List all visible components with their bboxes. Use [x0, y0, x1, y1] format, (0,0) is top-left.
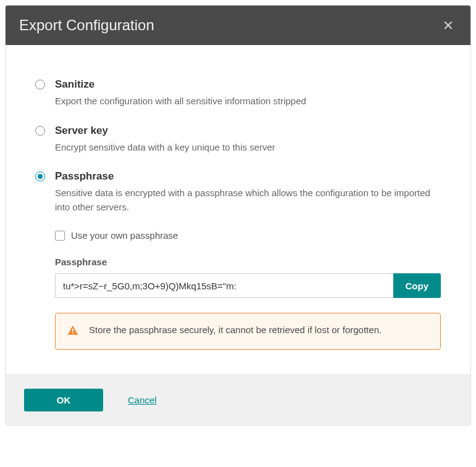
radio-server-key[interactable]: [35, 126, 45, 136]
dialog-header: Export Configuration: [6, 6, 470, 45]
option-passphrase-title: Passphrase: [55, 170, 441, 183]
dialog-title: Export Configuration: [19, 17, 154, 34]
dialog-body: Sanitize Export the configuration with a…: [6, 45, 470, 374]
own-passphrase-label: Use your own passphrase: [71, 230, 178, 241]
export-configuration-dialog: Export Configuration Sanitize Export the…: [5, 5, 471, 426]
ok-button[interactable]: OK: [24, 389, 103, 411]
own-passphrase-checkbox[interactable]: [55, 231, 65, 241]
radio-sanitize[interactable]: [35, 80, 45, 89]
option-passphrase-desc: Sensitive data is encrypted with a passp…: [55, 186, 441, 214]
close-icon: [442, 19, 454, 31]
passphrase-sub-section: Use your own passphrase Passphrase Copy …: [55, 230, 441, 350]
own-passphrase-row: Use your own passphrase: [55, 230, 441, 241]
option-sanitize: Sanitize Export the configuration with a…: [35, 78, 441, 109]
passphrase-field-label: Passphrase: [55, 257, 441, 267]
radio-passphrase[interactable]: [35, 172, 45, 181]
warning-text: Store the passphrase securely, it cannot…: [89, 323, 382, 337]
option-sanitize-title: Sanitize: [55, 78, 441, 91]
svg-rect-3: [72, 333, 73, 334]
option-sanitize-content: Sanitize Export the configuration with a…: [55, 78, 441, 109]
cancel-link[interactable]: Cancel: [128, 395, 157, 405]
option-sanitize-desc: Export the configuration with all sensit…: [55, 94, 441, 109]
close-button[interactable]: [440, 17, 457, 34]
dialog-footer: OK Cancel: [6, 374, 470, 425]
option-passphrase-content: Passphrase Sensitive data is encrypted w…: [55, 170, 441, 214]
option-server-key: Server key Encrypt sensitive data with a…: [35, 125, 441, 155]
warning-icon: [67, 324, 79, 339]
passphrase-input[interactable]: [55, 273, 393, 298]
passphrase-input-group: Copy: [55, 273, 441, 298]
option-server-key-content: Server key Encrypt sensitive data with a…: [55, 125, 441, 155]
copy-button[interactable]: Copy: [393, 273, 441, 298]
svg-rect-2: [72, 329, 73, 332]
option-server-key-desc: Encrypt sensitive data with a key unique…: [55, 141, 441, 155]
option-passphrase: Passphrase Sensitive data is encrypted w…: [35, 170, 441, 214]
option-server-key-title: Server key: [55, 125, 441, 137]
warning-alert: Store the passphrase securely, it cannot…: [55, 313, 441, 350]
